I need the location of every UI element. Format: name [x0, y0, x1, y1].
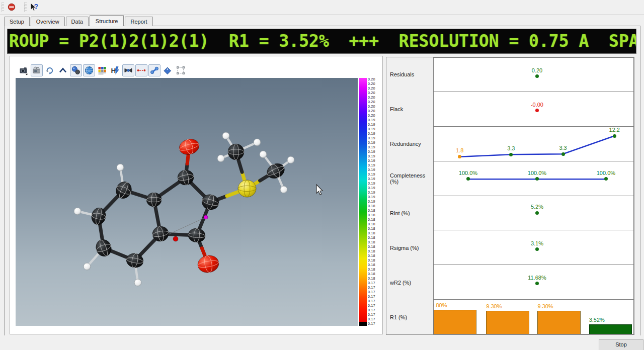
bottom-bar: Stop	[0, 335, 644, 350]
atom-h-h6[interactable]	[84, 263, 91, 270]
colorbar-tick: 0.17	[368, 294, 375, 299]
colorbar-tick: 0.20	[368, 100, 375, 104]
stats-chart-completeness: 100.0%100.0%100.0%	[433, 161, 634, 196]
svg-text:?: ?	[34, 3, 39, 11]
colorbar-tick: 0.17	[368, 299, 375, 303]
bar-r1	[486, 311, 529, 335]
ellipsoid-style-icon[interactable]	[70, 64, 82, 76]
colorbar-tick: 0.19	[368, 167, 375, 172]
bar-label: 9.30%	[537, 303, 553, 309]
data-point-label: 12.2	[609, 127, 620, 133]
bond-tool-icon[interactable]	[148, 64, 160, 76]
refresh-view-icon[interactable]	[44, 64, 56, 76]
measure-distance-icon[interactable]	[135, 64, 147, 76]
colorbar-tick: 0.20	[368, 109, 375, 113]
colorbar-tick: 0.20	[368, 77, 375, 81]
displacement-colorbar: 0.200.200.200.200.200.200.200.200.200.19…	[359, 78, 384, 326]
colorbar-tick: 0.19	[368, 163, 375, 167]
context-help-icon[interactable]: ?	[29, 2, 40, 13]
atom-h-h2a[interactable]	[260, 151, 267, 158]
snapshot-camera-icon[interactable]	[18, 64, 30, 76]
stats-row-completeness: Completeness (%)100.0%100.0%100.0%	[386, 161, 634, 196]
tab-report[interactable]: Report	[125, 17, 152, 26]
colorbar-tick: 0.19	[368, 186, 375, 190]
colorbar-tick: 0.19	[368, 136, 375, 140]
hydrogen-toggle-icon[interactable]: H	[109, 64, 121, 76]
data-point	[535, 109, 539, 112]
data-point-label: -0.00	[531, 102, 543, 108]
colorbar-tick: 0.18	[368, 204, 375, 208]
colorbar-tick: 0.20	[368, 81, 375, 86]
atom-h-h1a[interactable]	[222, 132, 229, 139]
data-point-label: 1.8	[456, 147, 463, 153]
stats-row-rint: Rint (%)5.2%	[386, 196, 634, 231]
molecule-3d-view[interactable]	[16, 78, 358, 326]
atom-c-cm2[interactable]	[265, 161, 287, 182]
colorbar-tick: 0.19	[368, 118, 375, 122]
structure-tab-panel: ROUP = P2(1)2(1)2(1) R1 = 3.52% +++ RESO…	[4, 26, 640, 336]
molecule-viewer-panel: H 0.200.200.200.200.200.200.200.200.200.…	[10, 56, 383, 334]
sphere-style-icon[interactable]	[83, 64, 95, 76]
data-point-label: 100.0%	[528, 170, 546, 176]
atom-h-h2c[interactable]	[280, 186, 287, 193]
data-point	[535, 211, 539, 215]
colorbar-tick: 0.17	[368, 303, 375, 308]
toolbar-gripper	[2, 3, 4, 12]
colorbar-tick: 0.18	[368, 249, 375, 253]
atom-h-h1c[interactable]	[254, 139, 261, 146]
stats-chart-rint: 5.2%	[433, 196, 634, 231]
data-point	[509, 153, 513, 156]
atom-labels-icon[interactable]	[96, 64, 108, 76]
colorbar-tick: 0.17	[368, 312, 375, 317]
stats-row-wr2: wR2 (%)11.68%	[386, 265, 634, 300]
atom-c-cm1[interactable]	[228, 144, 244, 160]
atom-h-h1b[interactable]	[217, 155, 224, 162]
label-tag-icon[interactable]	[162, 64, 174, 76]
data-point	[535, 74, 539, 78]
colorbar-tick: 0.18	[368, 231, 375, 235]
atom-h-h7[interactable]	[134, 279, 141, 286]
collapse-chevron-icon[interactable]	[57, 64, 69, 76]
atom-c-c3[interactable]	[188, 228, 206, 243]
colorbar-tick: 0.19	[368, 122, 375, 127]
box-select-icon[interactable]	[175, 64, 187, 76]
data-point-label: 3.3	[507, 145, 515, 151]
colorbar-tick: 0.18	[368, 217, 375, 222]
data-point-label: 100.0%	[459, 170, 477, 176]
colorbar-tick: 0.19	[368, 127, 375, 131]
atom-h-h4[interactable]	[117, 164, 124, 171]
bar-label: 9.30%	[486, 303, 502, 309]
bar-label: 9.80%	[433, 302, 447, 308]
colorbar-tick: 0.20	[368, 86, 375, 91]
tab-data[interactable]: Data	[66, 17, 89, 26]
stop-icon[interactable]	[6, 2, 17, 13]
atom-h-h2b[interactable]	[287, 156, 294, 163]
colorbar-tick: 0.19	[368, 177, 375, 181]
stats-chart-wr2: 11.68%	[433, 265, 634, 300]
tab-setup[interactable]: Setup	[4, 17, 30, 26]
data-point	[535, 247, 539, 251]
stats-row-label: Rsigma (%)	[386, 230, 433, 265]
colorbar-tick: 0.20	[368, 104, 375, 109]
atom-o-o2[interactable]	[196, 254, 220, 275]
colorbar-tick: 0.19	[368, 199, 375, 204]
data-point-label: 5.2%	[531, 204, 543, 210]
colorbar-tick: 0.19	[368, 140, 375, 145]
colorbar-tick: 0.18	[368, 235, 375, 240]
stats-row-residuals: Residuals0.20	[386, 57, 634, 92]
atom-c-c7a[interactable]	[146, 193, 162, 207]
stop-button[interactable]: Stop	[599, 339, 643, 350]
colorbar-tick: 0.19	[368, 131, 375, 136]
tab-overview[interactable]: Overview	[31, 17, 65, 26]
colorbar-tick: 0.18	[368, 226, 375, 231]
stats-row-label: R1 (%)	[386, 300, 433, 334]
tab-structure[interactable]: Structure	[90, 15, 124, 26]
atom-h-h5[interactable]	[74, 208, 81, 215]
render-mode-icon[interactable]	[31, 64, 43, 76]
tab-strip: SetupOverviewDataStructureReport	[4, 16, 154, 26]
symmetry-view-icon[interactable]	[122, 64, 134, 76]
colorbar-tick: 0.18	[368, 258, 375, 262]
colorbar-tick: 0.18	[368, 240, 375, 244]
atom-s-s1[interactable]	[238, 180, 256, 197]
atom-o-o1[interactable]	[178, 137, 201, 156]
